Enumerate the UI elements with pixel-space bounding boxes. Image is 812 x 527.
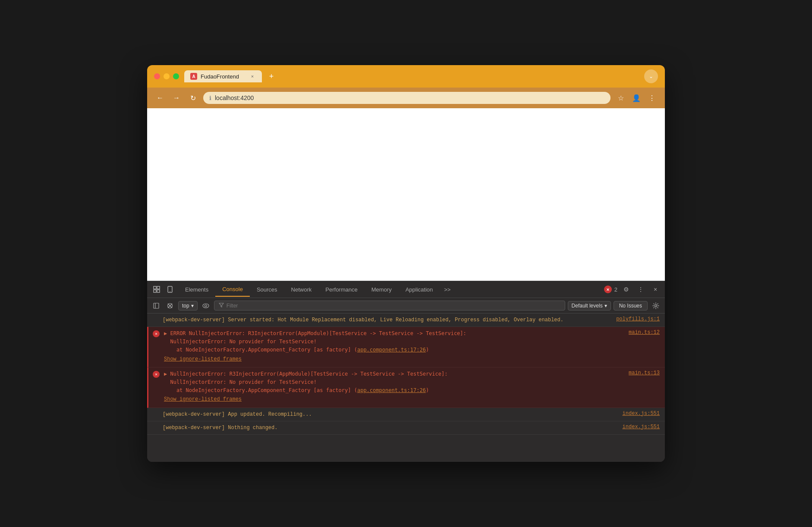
devtools-close-button[interactable]: ×: [649, 283, 661, 295]
context-label: top: [182, 303, 189, 309]
filter-icon: [219, 302, 224, 309]
address-bar[interactable]: ℹ localhost:4200: [203, 92, 611, 104]
devtools-more-button[interactable]: ⋮: [635, 283, 647, 295]
browser-window: A FudaoFrontend × + ⌄ ← → ↻ ℹ localhost:…: [147, 65, 665, 462]
console-log-3: ✕ ▶ NullInjectorError: R3InjectorError(A…: [147, 367, 665, 408]
console-settings-button[interactable]: [650, 300, 661, 311]
svg-point-15: [655, 304, 657, 307]
console-content: [webpack-dev-server] Server started: Hot…: [147, 314, 665, 462]
show-frames-link-2[interactable]: Show ignore-listed frames: [164, 354, 622, 364]
error-link-2[interactable]: app.component.ts:17:26: [357, 347, 426, 353]
tab-more-button[interactable]: >>: [440, 283, 455, 296]
svg-rect-0: [154, 286, 156, 289]
tab-console[interactable]: Console: [215, 282, 250, 297]
filter-area: [214, 301, 565, 311]
tab-performance[interactable]: Performance: [318, 283, 364, 296]
nav-bar: ← → ↻ ℹ localhost:4200 ☆ 👤 ⋮: [147, 88, 665, 108]
svg-text:✕: ✕: [606, 288, 610, 292]
new-tab-button[interactable]: +: [265, 70, 277, 82]
tab-application[interactable]: Application: [399, 283, 440, 296]
more-button[interactable]: ⋮: [646, 92, 658, 104]
active-tab[interactable]: A FudaoFrontend ×: [184, 70, 262, 82]
devtools-tabs: Elements Console Sources Network Perform…: [178, 282, 455, 297]
devtools-panel: Elements Console Sources Network Perform…: [147, 281, 665, 462]
log-source-5[interactable]: index.js:551: [623, 424, 660, 430]
nav-actions: ☆ 👤 ⋮: [615, 92, 658, 104]
levels-selector[interactable]: Default levels ▾: [568, 301, 611, 311]
maximize-traffic-light[interactable]: [173, 73, 179, 79]
forward-button[interactable]: →: [170, 92, 183, 104]
title-bar: A FudaoFrontend × + ⌄: [147, 65, 665, 88]
tab-area: A FudaoFrontend × +: [184, 70, 639, 82]
console-clear-button[interactable]: [164, 300, 176, 311]
tab-close-button[interactable]: ×: [249, 73, 256, 80]
levels-label: Default levels: [572, 303, 603, 309]
address-security-icon: ℹ: [209, 95, 211, 101]
error-count: 2: [614, 286, 617, 293]
svg-rect-1: [157, 286, 160, 289]
log-source-3[interactable]: main.ts:13: [629, 370, 660, 376]
levels-arrow-icon: ▾: [604, 303, 607, 309]
tab-sources[interactable]: Sources: [250, 283, 284, 296]
error-link-3[interactable]: app.component.ts:17:26: [357, 387, 426, 393]
tab-elements[interactable]: Elements: [178, 283, 215, 296]
svg-point-13: [203, 304, 209, 308]
page-content: [147, 108, 665, 281]
device-toolbar-button[interactable]: [164, 283, 176, 295]
back-button[interactable]: ←: [154, 92, 166, 104]
filter-input[interactable]: [227, 303, 560, 309]
log-message-3: ▶ NullInjectorError: R3InjectorError(App…: [164, 370, 622, 405]
svg-point-5: [170, 291, 170, 292]
svg-rect-8: [154, 303, 159, 308]
tab-memory[interactable]: Memory: [365, 283, 399, 296]
reload-button[interactable]: ↻: [187, 92, 199, 104]
console-toolbar: top ▾ Default levels ▾ No Issues: [147, 298, 665, 314]
svg-point-14: [205, 304, 207, 307]
address-text: localhost:4200: [215, 94, 604, 101]
no-issues-badge: No Issues: [614, 301, 648, 311]
log-message-5: [webpack-dev-server] Nothing changed.: [163, 424, 616, 432]
eye-button[interactable]: [200, 300, 211, 311]
console-sidebar-button[interactable]: [151, 300, 162, 311]
log-message-2: ▶ ERROR NullInjectorError: R3InjectorErr…: [164, 329, 622, 364]
log-message-4: [webpack-dev-server] App updated. Recomp…: [163, 411, 616, 418]
context-selector[interactable]: top ▾: [178, 301, 198, 311]
minimize-traffic-light[interactable]: [164, 73, 170, 79]
bookmark-button[interactable]: ☆: [615, 92, 627, 104]
tab-title: FudaoFrontend: [201, 73, 245, 80]
log-message-1: [webpack-dev-server] Server started: Hot…: [163, 316, 609, 324]
close-traffic-light[interactable]: [154, 73, 160, 79]
traffic-lights: [154, 73, 179, 79]
tab-dropdown-button[interactable]: ⌄: [644, 69, 658, 83]
svg-rect-2: [154, 290, 156, 292]
error-icon-2: ✕: [153, 330, 160, 337]
tab-favicon: A: [190, 73, 197, 80]
show-frames-link-3[interactable]: Show ignore-listed frames: [164, 395, 622, 405]
console-log-4: [webpack-dev-server] App updated. Recomp…: [147, 408, 665, 421]
log-source-1[interactable]: polyfills.js:1: [616, 316, 660, 322]
tab-network[interactable]: Network: [284, 283, 319, 296]
console-log-1: [webpack-dev-server] Server started: Hot…: [147, 314, 665, 327]
devtools-right-actions: ✕ 2 ⚙ ⋮ ×: [604, 283, 661, 295]
error-badge-icon: ✕: [604, 285, 612, 293]
inspect-element-button[interactable]: [151, 283, 163, 295]
context-arrow-icon: ▾: [191, 303, 194, 309]
devtools-settings-button[interactable]: ⚙: [620, 283, 632, 295]
console-log-5: [webpack-dev-server] Nothing changed. in…: [147, 421, 665, 435]
console-log-2: ✕ ▶ ERROR NullInjectorError: R3InjectorE…: [147, 327, 665, 367]
log-source-4[interactable]: index.js:551: [623, 411, 660, 417]
devtools-toolbar: Elements Console Sources Network Perform…: [147, 281, 665, 298]
svg-rect-3: [157, 290, 160, 292]
log-source-2[interactable]: main.ts:12: [629, 329, 660, 336]
error-icon-3: ✕: [153, 371, 160, 378]
profile-button[interactable]: 👤: [630, 92, 642, 104]
